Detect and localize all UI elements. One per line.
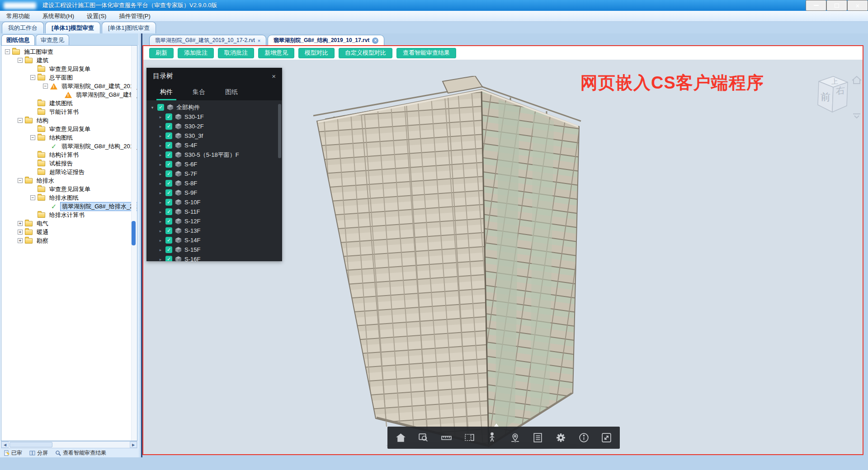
tree-horizontal-scrollbar[interactable]: ◀ ▶: [1, 441, 137, 448]
tree-item[interactable]: 审查意见回复单: [1, 125, 137, 133]
cube-face-front[interactable]: 前: [821, 91, 830, 103]
sidebar-tab[interactable]: 图纸信息: [1, 34, 35, 45]
menu-item[interactable]: 插件管理(P): [113, 11, 156, 21]
tree-item[interactable]: 审查意见回复单: [1, 185, 137, 193]
catalog-item[interactable]: S-4F: [146, 141, 282, 150]
toolbar-button[interactable]: 模型对比: [298, 48, 335, 58]
navigation-cube[interactable]: 上 前 右: [805, 70, 863, 121]
tree-expander-icon[interactable]: [18, 58, 23, 63]
panel-splitter[interactable]: [138, 33, 142, 457]
catalog-checkbox[interactable]: [165, 199, 172, 206]
tree-expander-icon[interactable]: [18, 238, 23, 243]
catalog-expand-arrow-icon[interactable]: [158, 229, 163, 233]
catalog-checkbox[interactable]: [165, 161, 172, 168]
catalog-expand-arrow-icon[interactable]: [150, 105, 155, 110]
close-tab-icon[interactable]: ×: [372, 38, 378, 44]
list-button[interactable]: [529, 429, 547, 447]
tree-expander-icon[interactable]: [18, 178, 23, 183]
tree-expander-icon[interactable]: [30, 135, 35, 140]
maximize-button[interactable]: [826, 0, 847, 11]
catalog-expand-arrow-icon[interactable]: [158, 153, 163, 157]
tree-item[interactable]: 翡翠湖别院_G8#_结构_2019_10_17. r: [1, 142, 137, 150]
catalog-item[interactable]: S-6F: [146, 160, 282, 169]
tree-item[interactable]: 审查意见回复单: [1, 65, 137, 73]
tree-item[interactable]: 给排水图纸: [1, 193, 137, 202]
document-tab[interactable]: 翡翠湖别院_G8#_建筑_2019_10_17-2.rvt ×: [149, 35, 266, 45]
catalog-checkbox[interactable]: [165, 189, 172, 196]
scroll-left-icon[interactable]: ◀: [1, 442, 9, 448]
catalog-expand-arrow-icon[interactable]: [158, 238, 163, 243]
tree-expander-icon[interactable]: [18, 118, 23, 123]
tree-expander-icon[interactable]: [18, 221, 23, 226]
catalog-expand-arrow-icon[interactable]: [158, 191, 163, 195]
home-button[interactable]: [392, 429, 410, 447]
catalog-checkbox[interactable]: [165, 218, 172, 225]
tree-item[interactable]: 给排水计算书: [1, 211, 137, 219]
toolbar-button[interactable]: 添加批注: [178, 48, 214, 58]
tree-item[interactable]: 结构: [1, 116, 137, 125]
tree-item[interactable]: 建筑图纸: [1, 99, 137, 108]
catalog-item[interactable]: S-13F: [146, 226, 282, 235]
minimize-button[interactable]: [806, 0, 826, 11]
catalog-scrollbar-thumb[interactable]: [278, 104, 281, 158]
walk-button[interactable]: [483, 429, 501, 447]
toolbar-button[interactable]: 新增意见: [258, 48, 294, 58]
tree-item[interactable]: 试桩报告: [1, 159, 137, 168]
reviewed-status[interactable]: 已审: [4, 449, 22, 457]
model-canvas[interactable]: 网页嵌入CS客户端程序 上 前 右: [143, 60, 863, 454]
catalog-item[interactable]: S-12F: [146, 216, 282, 226]
catalog-expand-arrow-icon[interactable]: [158, 219, 163, 224]
catalog-item[interactable]: S-14F: [146, 235, 282, 245]
catalog-checkbox[interactable]: [165, 170, 172, 177]
cube-face-right[interactable]: 右: [836, 85, 845, 96]
tree-item[interactable]: 给排水: [1, 176, 137, 185]
cube-menu-chevron-icon[interactable]: [853, 114, 860, 118]
tree-item[interactable]: 翡翠湖别院_G8#_建筑_2019_10_1: [1, 90, 137, 99]
tree-item[interactable]: 建筑: [1, 56, 137, 65]
tree-item[interactable]: 节能计算书: [1, 108, 137, 116]
tree-item[interactable]: 超限论证报告: [1, 168, 137, 176]
catalog-expand-arrow-icon[interactable]: [158, 210, 163, 214]
catalog-close-icon[interactable]: ×: [272, 72, 276, 80]
document-tab[interactable]: 翡翠湖别院_G8#_结构_2019_10_17.rvt ×: [268, 35, 384, 45]
workspace-tab[interactable]: 我的工作台: [2, 22, 44, 33]
catalog-checkbox[interactable]: [165, 132, 172, 139]
catalog-expand-arrow-icon[interactable]: [158, 257, 163, 262]
catalog-item[interactable]: S30-5（5-18平面）F: [146, 150, 282, 160]
catalog-expand-arrow-icon[interactable]: [158, 124, 163, 129]
zoom-region-button[interactable]: [415, 429, 433, 447]
catalog-checkbox[interactable]: [165, 123, 172, 130]
tree-item[interactable]: 总平面图: [1, 73, 137, 82]
sidebar-tab[interactable]: 审查意见: [36, 34, 69, 45]
catalog-expand-arrow-icon[interactable]: [158, 134, 163, 138]
catalog-item[interactable]: S-15F: [146, 245, 282, 254]
section-button[interactable]: [460, 429, 478, 447]
catalog-tab[interactable]: 图纸: [215, 84, 248, 100]
measure-button[interactable]: [437, 429, 455, 447]
tree-item[interactable]: 结构计算书: [1, 150, 137, 159]
scrollbar-thumb[interactable]: [9, 442, 52, 447]
info-button[interactable]: [575, 429, 593, 447]
workspace-tab[interactable]: [单体1]模型审查: [45, 22, 100, 33]
tree-item[interactable]: 施工图审查: [1, 47, 137, 56]
toolbar-button[interactable]: 刷新: [149, 48, 174, 58]
workspace-tab[interactable]: [单体1]图纸审查: [102, 22, 156, 33]
catalog-expand-arrow-icon[interactable]: [158, 143, 163, 148]
catalog-expand-arrow-icon[interactable]: [158, 115, 163, 119]
catalog-item[interactable]: S-10F: [146, 197, 282, 207]
catalog-tab[interactable]: 集合: [183, 84, 215, 100]
smart-review-result[interactable]: 查看智能审查结果: [55, 449, 106, 457]
fullscreen-button[interactable]: [598, 429, 616, 447]
catalog-item[interactable]: S-8F: [146, 179, 282, 188]
catalog-checkbox[interactable]: [165, 237, 172, 244]
cube-face-top[interactable]: 上: [831, 77, 838, 85]
catalog-checkbox[interactable]: [165, 151, 172, 158]
catalog-item[interactable]: 全部构件: [146, 103, 282, 112]
catalog-expand-arrow-icon[interactable]: [158, 172, 163, 176]
catalog-tab[interactable]: 构件: [150, 84, 183, 100]
tree-item[interactable]: 翡翠湖别院_G8#_建筑_2019_10_17. r: [1, 82, 137, 90]
catalog-checkbox[interactable]: [165, 142, 172, 149]
catalog-item[interactable]: S30_3f: [146, 131, 282, 141]
tree-item[interactable]: 翡翠湖别院_G8#_给排水_2019_10_1: [1, 202, 137, 211]
catalog-item[interactable]: S-16F: [146, 254, 282, 261]
